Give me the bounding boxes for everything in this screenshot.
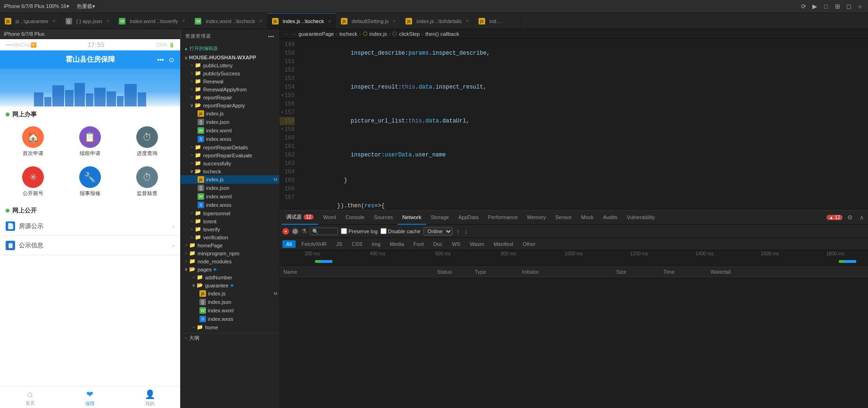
tree-home[interactable]: › 📁 home — [181, 323, 279, 331]
tree-successfully[interactable]: › 📁 successfully — [181, 159, 279, 167]
tree-reportRepair[interactable]: › 📁 reportRepair — [181, 93, 279, 101]
breadcrumb-then-callback[interactable]: then() callback — [425, 31, 459, 37]
nf-css[interactable]: CSS — [348, 240, 366, 248]
tree-guarantee-index-wxss[interactable]: S index.wxss — [181, 315, 279, 323]
tree-rra-index-wxss[interactable]: S index.wxss — [181, 135, 279, 143]
subtab-performance[interactable]: Performance — [483, 211, 522, 225]
nf-ws[interactable]: WS — [448, 240, 464, 248]
tab-js-guarantee[interactable]: js js ..\guarantee × — [0, 13, 61, 29]
tree-topersonnel[interactable]: › 📁 topersonnel — [181, 209, 279, 217]
subtab-wxml[interactable]: Wxml — [318, 211, 341, 225]
more-dots-btn[interactable]: ••• — [157, 56, 164, 64]
nav-forward-icon[interactable]: → — [291, 31, 297, 37]
breadcrumb-index-js[interactable]: index.js — [370, 31, 387, 37]
compile-icon[interactable]: ▶ — [810, 2, 819, 11]
open-editors-item[interactable]: ▸ 打开的编辑器 — [181, 43, 279, 54]
nf-doc[interactable]: Doc — [430, 240, 446, 248]
tab-index-js-details[interactable]: js index.js ..\tol\details × — [401, 13, 474, 29]
hotreload-btn[interactable]: 热重载▾ — [77, 3, 95, 10]
tree-RenewalApplyfrom[interactable]: › 📁 RenewalApplyfrom — [181, 85, 279, 93]
disable-cache-input[interactable] — [380, 228, 387, 234]
tab-close-js-tocheck[interactable]: × — [328, 19, 331, 24]
subtab-appdata[interactable]: AppData — [454, 211, 483, 225]
tree-tocheck-index-wxss[interactable]: S index.wxss — [181, 201, 279, 209]
tree-guarantee-index-wxml[interactable]: W index.wxml — [181, 306, 279, 315]
tree-guarantee-index-json[interactable]: {} index.json — [181, 298, 279, 306]
subtab-memory[interactable]: Memory — [522, 211, 551, 225]
grid-item-3[interactable]: ⏱ 进度查询 — [119, 122, 174, 161]
record-btn[interactable]: ● — [282, 228, 289, 235]
tab-close-default[interactable]: × — [393, 18, 396, 24]
breadcrumb-guaranteePage[interactable]: guaranteePage — [298, 31, 334, 37]
more-icon[interactable]: ⟐ — [856, 2, 864, 11]
tab-close-details[interactable]: × — [466, 18, 469, 24]
tab-close-wxml1[interactable]: × — [182, 18, 185, 24]
breadcrumb-tocheck[interactable]: tocheck — [339, 31, 357, 37]
tree-tocheck-index-json[interactable]: {} index.json — [181, 184, 279, 192]
nav-protect[interactable]: ❤ 保障 — [60, 389, 120, 407]
tab-close-json[interactable]: × — [107, 18, 109, 24]
subtab-vulnerability[interactable]: Vulnerability — [622, 211, 660, 225]
grid-item-5[interactable]: 🔧 报事报修 — [63, 163, 118, 201]
camera-icon[interactable]: ⊙ — [169, 56, 174, 64]
tab-ind-more[interactable]: js ind… — [474, 13, 521, 29]
tree-rra-index-json[interactable]: {} index.json — [181, 118, 279, 126]
tree-miniprogram-npm[interactable]: › 📁 miniprogram_npm — [181, 249, 279, 257]
import-icon[interactable]: ↑ — [455, 228, 461, 235]
tree-node-modules[interactable]: › 📁 node_modules — [181, 257, 279, 265]
subtab-debugger[interactable]: 调试器 12 — [281, 211, 318, 225]
grid-item-1[interactable]: 🏠 首次申请 — [6, 122, 61, 161]
tree-outline[interactable]: › 大纲 — [181, 333, 279, 343]
nf-font[interactable]: Font — [410, 240, 428, 248]
tree-rra-index-wxml[interactable]: W index.wxml — [181, 126, 279, 135]
tab-close-js[interactable]: × — [53, 18, 56, 24]
list-item-1[interactable]: 📄 房源公示 › — [0, 217, 180, 236]
list-item-2[interactable]: 📋 公示信息 › — [0, 236, 180, 255]
tab-index-wxml-tocheck[interactable]: W index.wxml ..\tocheck × — [190, 13, 267, 29]
disable-cache-checkbox[interactable]: Disable cache — [380, 228, 421, 234]
tree-rra-index-js[interactable]: js index.js — [181, 109, 279, 118]
settings-icon[interactable]: ⚙ — [845, 213, 855, 222]
tree-homePage[interactable]: › 📁 homePage — [181, 241, 279, 249]
preserve-log-checkbox[interactable]: Preserve log — [341, 228, 378, 234]
nav-back-icon[interactable]: ← — [284, 31, 289, 37]
explorer-dots-btn[interactable]: ••• — [268, 34, 274, 39]
tree-publiclySuccess[interactable]: › 📁 publiclySuccess — [181, 69, 279, 77]
nf-wasm[interactable]: Wasm — [466, 240, 488, 248]
nf-img[interactable]: Img — [368, 240, 384, 248]
subtab-audits[interactable]: Audits — [598, 211, 622, 225]
tree-publicLottery[interactable]: › 📁 publicLottery — [181, 61, 279, 69]
export-icon[interactable]: ↓ — [463, 228, 469, 235]
grid-item-6[interactable]: ⏱ 监督核查 — [119, 163, 174, 201]
nf-media[interactable]: Media — [386, 240, 408, 248]
tree-addNumber[interactable]: › 📁 addNumber — [181, 273, 279, 281]
tree-reportRepairApply[interactable]: ∨ 📂 reportRepairApply — [181, 101, 279, 109]
clear-btn[interactable]: ⊘ — [292, 228, 298, 235]
nf-other[interactable]: Other — [519, 240, 539, 248]
tree-tocheck-index-js[interactable]: js index.js M — [181, 175, 279, 184]
tab-index-wxml-toverify[interactable]: W index.wxml ..\toverify × — [114, 13, 190, 29]
subtab-storage[interactable]: Storage — [426, 211, 454, 225]
code-content[interactable]: inspect_describe:params.inspect_describe… — [298, 39, 868, 210]
tab-close-wxml2[interactable]: × — [259, 18, 262, 24]
device-label[interactable]: iPhone 6/7/8 Plus 100% 16▾ — [4, 3, 69, 9]
network-search-input[interactable] — [310, 228, 338, 235]
tree-guarantee-index-js[interactable]: js index.js M — [181, 289, 279, 298]
stop-icon[interactable]: □ — [822, 2, 830, 11]
nf-js[interactable]: JS — [332, 240, 346, 248]
tree-tocheck-index-wxml[interactable]: W index.wxml — [181, 192, 279, 201]
subtab-sensor[interactable]: Sensor — [551, 211, 577, 225]
tab-index-js-tocheck[interactable]: js index.js ..\tocheck × — [267, 13, 336, 29]
subtab-sources[interactable]: Sources — [369, 211, 397, 225]
breadcrumb-clickStep[interactable]: clickStep — [399, 31, 420, 37]
tree-tocheck[interactable]: ∨ 📂 tocheck — [181, 167, 279, 175]
tree-Renewal[interactable]: › 📁 Renewal — [181, 77, 279, 85]
collapse-devtools-icon[interactable]: ∧ — [858, 213, 866, 222]
tree-torent[interactable]: › 📁 torent — [181, 217, 279, 225]
online-select[interactable]: Online — [423, 227, 453, 236]
tab-default-setting[interactable]: js defaultSetting.js × — [336, 13, 401, 29]
tree-reportRepairDetails[interactable]: › 📁 reportRepairDetails — [181, 143, 279, 151]
tree-pages[interactable]: ∨ 📂 pages — [181, 265, 279, 273]
tab-app-json[interactable]: {} { } app.json × — [61, 13, 115, 29]
tree-verification[interactable]: › 📁 verification — [181, 233, 279, 241]
